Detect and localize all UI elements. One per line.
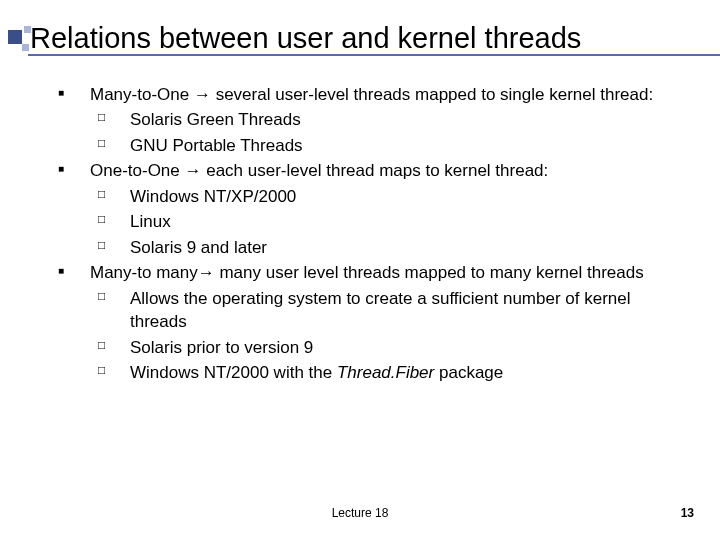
bullet-text: package [434,363,503,382]
bullet-l2: Windows NT/2000 with the Thread.Fiber pa… [46,361,690,384]
bullet-text: Windows NT/2000 with the [130,363,337,382]
slide-title: Relations between user and kernel thread… [30,22,690,55]
slide-body: Many-to-One → several user-level threads… [46,83,690,384]
bullet-l1: Many-to many→ many user level threads ma… [46,261,690,284]
slide: Relations between user and kernel thread… [0,0,720,540]
bullet-l2: Allows the operating system to create a … [46,287,690,334]
bullet-l2: Windows NT/XP/2000 [46,185,690,208]
bullet-l1: Many-to-One → several user-level threads… [46,83,690,106]
bullet-l2: Linux [46,210,690,233]
bullet-l2: Solaris Green Threads [46,108,690,131]
bullet-l2: GNU Portable Threads [46,134,690,157]
bullet-l1: One-to-One → each user-level thread maps… [46,159,690,182]
accent-square-icon [8,30,22,44]
accent-square-icon [22,44,29,51]
footer-text: Lecture 18 [0,506,720,520]
page-number: 13 [681,506,694,520]
bullet-l2: Solaris prior to version 9 [46,336,690,359]
bullet-text-italic: Thread.Fiber [337,363,434,382]
bullet-l2: Solaris 9 and later [46,236,690,259]
